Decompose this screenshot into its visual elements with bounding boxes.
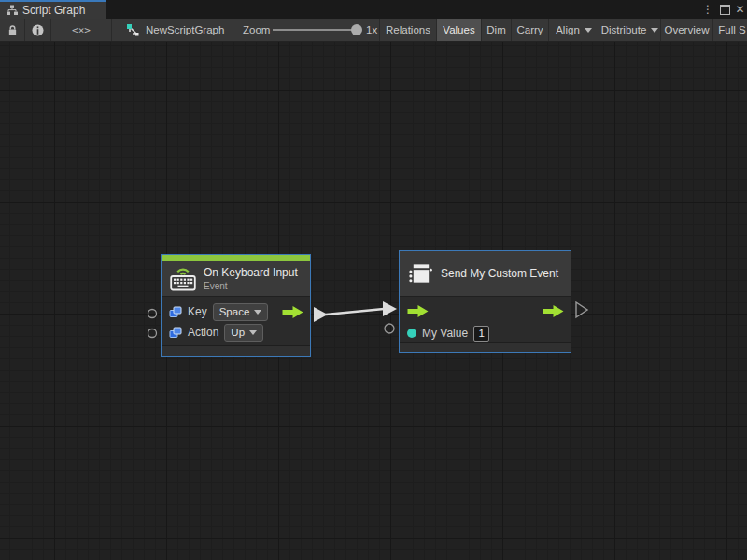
tab-label: Script Graph	[22, 4, 85, 17]
toolbar-button-values[interactable]: Values	[437, 19, 482, 41]
tab-script-graph[interactable]: Script Graph	[0, 0, 106, 19]
button-label: Values	[443, 24, 474, 35]
button-label: Overview	[665, 24, 710, 35]
toolbar-button-carry[interactable]: Carry	[512, 19, 549, 41]
graph-toolbar: <×> NewScriptGraph Zoom 1x Relations Val…	[0, 19, 747, 42]
port-label: Action	[188, 326, 218, 339]
button-label: Carry	[516, 24, 543, 35]
graph-canvas[interactable]: On Keyboard Input Event Key Space	[0, 42, 747, 560]
key-dropdown[interactable]: Space	[213, 303, 269, 321]
info-button[interactable]	[25, 19, 51, 41]
flow-continue-port[interactable]	[576, 302, 587, 317]
button-label: Relations	[386, 24, 430, 35]
node-title: On Keyboard Input	[204, 266, 298, 279]
node-send-my-custom-event[interactable]: Send My Custom Event My Value 1	[399, 250, 571, 353]
my-value-input[interactable]: 1	[473, 326, 489, 342]
window-maximize-button[interactable]	[717, 0, 732, 19]
custom-event-icon	[408, 261, 433, 287]
info-icon	[32, 24, 44, 36]
key-input-port[interactable]	[148, 310, 157, 318]
close-icon: ✕	[735, 3, 744, 16]
button-label: Distribute	[601, 24, 647, 35]
node-subtitle: Event	[204, 281, 298, 291]
kebab-menu-icon: ⋮	[702, 3, 713, 16]
node-on-keyboard-input[interactable]: On Keyboard Input Event Key Space	[161, 254, 311, 357]
flow-output-port[interactable]	[543, 305, 564, 317]
lock-icon	[7, 24, 18, 36]
maximize-icon	[720, 5, 730, 15]
node-row-flow	[400, 300, 571, 322]
graph-asset[interactable]: NewScriptGraph	[126, 19, 224, 41]
connections-overlay	[0, 42, 747, 560]
lock-button[interactable]	[0, 19, 25, 41]
trigger-output-port[interactable]	[282, 306, 303, 318]
keyboard-event-icon	[170, 266, 196, 291]
action-dropdown[interactable]: Up	[224, 324, 263, 342]
enum-literal-icon	[169, 306, 182, 318]
toolbar-button-fullscreen[interactable]: Full S	[713, 19, 747, 41]
port-label: My Value	[422, 327, 468, 340]
chevron-down-icon	[249, 330, 257, 335]
chevron-down-icon	[254, 310, 261, 315]
value-text: 1	[478, 328, 484, 339]
dropdown-caret-icon	[651, 28, 658, 33]
wire-arrowhead-icon	[383, 301, 397, 316]
wire-start-triangle[interactable]	[314, 307, 328, 322]
window-menu-button[interactable]: ⋮	[700, 0, 715, 19]
graph-hierarchy-icon	[7, 5, 18, 16]
node-title: Send My Custom Event	[441, 267, 558, 280]
port-label: Key	[188, 305, 207, 318]
flow-input-port[interactable]	[407, 305, 429, 317]
script-graph-window: Script Graph ⋮ ✕ <×>	[0, 0, 747, 560]
toolbar-button-overview[interactable]: Overview	[661, 19, 713, 41]
my-value-outer-port[interactable]	[385, 324, 394, 333]
zoom-slider-track[interactable]	[273, 29, 357, 31]
zoom-slider-handle[interactable]	[351, 24, 362, 35]
dropdown-value: Up	[231, 327, 245, 338]
node-header[interactable]: On Keyboard Input Event	[162, 261, 310, 297]
dropdown-caret-icon	[585, 28, 592, 33]
enum-literal-icon	[169, 327, 182, 339]
toolbar-button-relations[interactable]: Relations	[380, 19, 437, 41]
dropdown-value: Space	[219, 306, 250, 317]
value-input-port[interactable]	[407, 329, 416, 338]
node-header[interactable]: Send My Custom Event	[400, 251, 571, 297]
zoom-label: Zoom	[243, 19, 270, 41]
code-toggle-button[interactable]: <×>	[51, 19, 112, 41]
button-label: Dim	[486, 24, 505, 35]
button-label: Align	[556, 24, 580, 35]
node-row-key: Key Space	[162, 301, 310, 322]
script-graph-asset-icon	[126, 23, 140, 36]
title-bar: Script Graph ⋮ ✕	[0, 0, 747, 19]
button-label: Full S	[718, 24, 745, 35]
toolbar-button-dim[interactable]: Dim	[482, 19, 512, 41]
action-input-port[interactable]	[148, 329, 157, 338]
connection-wire[interactable]	[326, 309, 384, 315]
window-close-button[interactable]: ✕	[733, 0, 747, 19]
node-row-action: Action Up	[162, 322, 310, 343]
node-footer	[400, 342, 571, 352]
graph-name: NewScriptGraph	[146, 24, 224, 35]
zoom-value: 1x	[366, 19, 377, 41]
event-color-bar	[162, 255, 310, 261]
toolbar-button-distribute[interactable]: Distribute	[599, 19, 661, 41]
node-footer	[162, 345, 310, 356]
toolbar-button-align[interactable]: Align	[549, 19, 599, 41]
code-brackets-icon: <×>	[72, 24, 91, 36]
